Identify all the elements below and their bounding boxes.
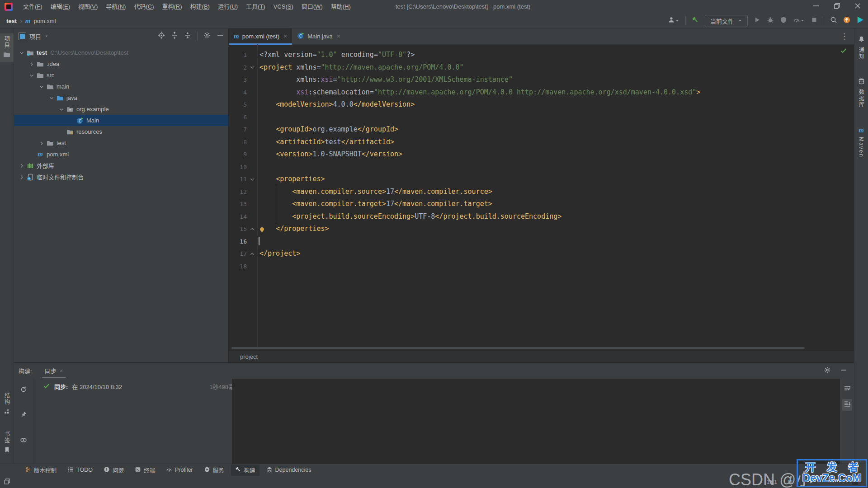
code-line-4[interactable]: 4 xsi:schemaLocation="http://maven.apach… xyxy=(229,86,854,99)
menu-item-7[interactable]: 运行(U) xyxy=(214,0,242,14)
tree-row-Main[interactable]: CMain xyxy=(14,115,228,126)
chevron-down-icon[interactable] xyxy=(44,32,49,40)
chevron-expanded-icon[interactable] xyxy=(47,95,56,101)
tree-row-test[interactable]: test xyxy=(14,137,228,149)
close-tab-icon[interactable]: × xyxy=(283,33,287,40)
code-line-17[interactable]: 17</project> xyxy=(229,248,854,260)
fold-marker-icon[interactable] xyxy=(247,248,257,260)
menu-item-5[interactable]: 重构(R) xyxy=(158,0,186,14)
tool-stripe-书签[interactable]: 书签 xyxy=(0,429,14,457)
tree-row-src[interactable]: src xyxy=(14,70,228,81)
menu-item-6[interactable]: 构建(B) xyxy=(186,0,214,14)
build-message-row[interactable]: 同步: 在 2024/10/10 8:32 1秒498毫秒 xyxy=(33,380,242,393)
close-button[interactable] xyxy=(847,0,868,14)
code-line-11[interactable]: 11 <properties> xyxy=(229,173,854,186)
code-line-10[interactable]: 10 xyxy=(229,161,854,174)
tool-window-button-服务[interactable]: 服务 xyxy=(200,465,228,476)
tree-row-test[interactable]: testC:\Users\Lenovo\Desktop\test xyxy=(14,47,228,58)
code-line-8[interactable]: 8 <artifactId>test</artifactId> xyxy=(229,136,854,149)
code-line-6[interactable]: 6 xyxy=(229,111,854,124)
tree-row-pom.xml[interactable]: mpom.xml xyxy=(14,149,228,160)
breadcrumb-file[interactable]: pom.xml xyxy=(33,18,56,24)
menu-item-8[interactable]: 工具(T) xyxy=(242,0,269,14)
soft-wrap-button[interactable] xyxy=(844,385,851,394)
chevron-expanded-icon[interactable] xyxy=(38,84,46,89)
code-line-3[interactable]: 3 xmlns:xsi="http://www.w3.org/2001/XMLS… xyxy=(229,74,854,86)
fold-marker-icon[interactable] xyxy=(247,173,257,186)
code-editor[interactable]: 1<?xml version="1.0" encoding="UTF-8"?>2… xyxy=(229,44,854,351)
run-button[interactable] xyxy=(754,16,761,25)
tool-window-button-Profiler[interactable]: Profiler xyxy=(162,465,197,476)
menu-item-11[interactable]: 帮助(H) xyxy=(327,0,355,14)
restore-button[interactable] xyxy=(826,0,847,14)
code-line-15[interactable]: 15 </properties> xyxy=(229,223,854,235)
user-menu-button[interactable] xyxy=(668,16,679,25)
editor-tab-pom.xml-test-[interactable]: mpom.xml (test)× xyxy=(229,28,292,44)
code-line-18[interactable]: 18 xyxy=(229,260,854,273)
tree-row-.idea[interactable]: .idea xyxy=(14,58,228,70)
menu-item-0[interactable]: 文件(F) xyxy=(19,0,47,14)
code-line-2[interactable]: 2<project xmlns="http://maven.apache.org… xyxy=(229,61,854,74)
build-console[interactable] xyxy=(232,379,840,464)
project-view-icon[interactable] xyxy=(19,33,26,40)
chevron-collapsed-icon[interactable] xyxy=(38,141,46,146)
tool-stripe-Maven[interactable]: mMaven xyxy=(854,124,868,160)
plugin-logo-button[interactable] xyxy=(856,16,864,26)
chevron-expanded-icon[interactable] xyxy=(28,73,36,78)
code-line-16[interactable]: 16 xyxy=(229,235,854,248)
code-line-1[interactable]: 1<?xml version="1.0" encoding="UTF-8"?> xyxy=(229,49,854,61)
chevron-expanded-icon[interactable] xyxy=(57,107,66,112)
show-details-button[interactable] xyxy=(20,436,27,446)
tree-row-java[interactable]: java xyxy=(14,92,228,103)
stop-button[interactable] xyxy=(811,16,818,25)
chevron-collapsed-icon[interactable] xyxy=(18,174,26,180)
coverage-button[interactable] xyxy=(780,16,787,25)
fold-marker-icon[interactable] xyxy=(247,61,257,74)
build-tab-sync[interactable]: 同步 × xyxy=(43,363,65,378)
tool-stripe-项目[interactable]: 项目 xyxy=(0,33,14,62)
profiler-button[interactable] xyxy=(793,16,805,25)
chevron-expanded-icon[interactable] xyxy=(18,50,26,56)
tree-row-resources[interactable]: resources xyxy=(14,126,228,137)
hide-panel-button[interactable] xyxy=(217,32,224,41)
tree-row-main[interactable]: main xyxy=(14,81,228,92)
code-line-13[interactable]: 13 <maven.compiler.target>17</maven.comp… xyxy=(229,198,854,211)
fold-marker-icon[interactable] xyxy=(247,223,257,235)
code-line-9[interactable]: 9 <version>1.0-SNAPSHOT</version> xyxy=(229,148,854,161)
editor-tab-Main.java[interactable]: CMain.java× xyxy=(292,28,345,44)
run-configuration-select[interactable]: 当前文件 xyxy=(705,15,748,27)
menu-item-9[interactable]: VCS(S) xyxy=(269,0,297,14)
tree-row-org.example[interactable]: org.example xyxy=(14,103,228,115)
restore-windows-button[interactable] xyxy=(4,478,10,486)
tool-window-button-终端[interactable]: 终端 xyxy=(131,465,159,476)
locate-file-button[interactable] xyxy=(158,32,165,41)
breadcrumb-tag[interactable]: project xyxy=(240,353,258,360)
build-settings-button[interactable] xyxy=(824,366,831,375)
update-notification-button[interactable] xyxy=(843,16,850,25)
rerun-build-button[interactable] xyxy=(20,386,27,395)
tool-window-button-问题[interactable]: 问题 xyxy=(99,465,128,476)
tree-row-临时文件和控制台[interactable]: 临时文件和控制台 xyxy=(14,171,228,183)
chevron-collapsed-icon[interactable] xyxy=(28,61,36,67)
collapse-all-button[interactable] xyxy=(184,32,191,41)
debug-button[interactable] xyxy=(767,16,774,25)
build-project-button[interactable] xyxy=(692,16,699,25)
expand-all-button[interactable] xyxy=(171,32,178,41)
tool-window-button-构建[interactable]: 构建 xyxy=(231,465,259,476)
close-icon[interactable]: × xyxy=(60,367,63,374)
code-line-12[interactable]: 12 <maven.compiler.source>17</maven.comp… xyxy=(229,186,854,198)
pin-button[interactable] xyxy=(20,411,27,420)
tool-stripe-通知[interactable]: 通知 xyxy=(854,33,868,62)
tool-stripe-数据库[interactable]: 数据库 xyxy=(854,75,868,110)
minimize-button[interactable] xyxy=(806,0,826,14)
tool-stripe-结构[interactable]: 结构 xyxy=(0,390,14,419)
code-line-7[interactable]: 7 <groupId>org.example</groupId> xyxy=(229,123,854,136)
tool-window-button-版本控制[interactable]: 版本控制 xyxy=(21,465,61,476)
menu-item-2[interactable]: 视图(V) xyxy=(74,0,102,14)
menu-item-4[interactable]: 代码(C) xyxy=(130,0,158,14)
menu-item-1[interactable]: 编辑(E) xyxy=(47,0,74,14)
tool-window-button-Dependencies[interactable]: Dependencies xyxy=(262,465,316,476)
tool-window-button-TODO[interactable]: TODO xyxy=(63,465,97,476)
menu-item-10[interactable]: 窗口(W) xyxy=(297,0,327,14)
breadcrumb-project[interactable]: test xyxy=(6,18,17,24)
